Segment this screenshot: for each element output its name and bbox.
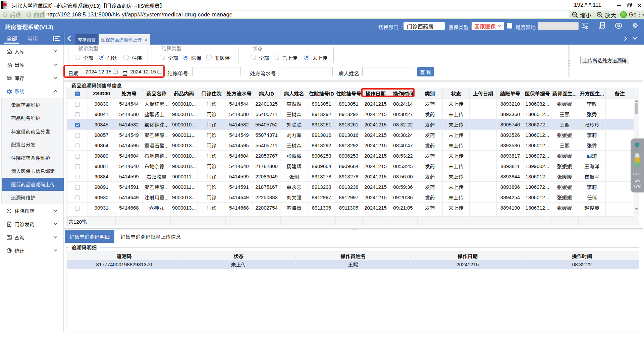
svg-text:SI: SI [617, 24, 620, 28]
svg-text:SI: SI [583, 23, 585, 26]
